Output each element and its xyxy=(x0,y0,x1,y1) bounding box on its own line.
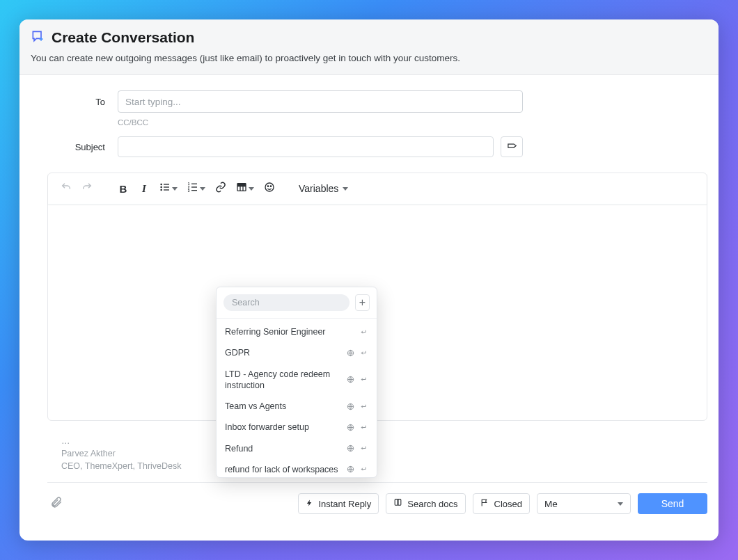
svg-text:3: 3 xyxy=(188,189,190,193)
svg-rect-5 xyxy=(164,189,169,190)
enter-icon xyxy=(359,328,367,336)
link-button[interactable] xyxy=(211,179,230,198)
to-input[interactable] xyxy=(118,90,523,113)
globe-icon xyxy=(346,423,354,431)
editor-body[interactable] xyxy=(48,205,707,420)
reply-item-label: Referring Senior Engineer xyxy=(225,326,342,337)
chevron-down-icon xyxy=(172,187,178,191)
svg-point-1 xyxy=(160,186,162,189)
chevron-down-icon xyxy=(618,502,623,506)
instant-reply-label: Instant Reply xyxy=(318,499,371,509)
reply-item[interactable]: Refund xyxy=(217,438,377,459)
enter-icon xyxy=(359,376,367,384)
svg-rect-3 xyxy=(164,184,169,184)
reply-list[interactable]: Referring Senior EngineerGDPRLTD - Agenc… xyxy=(217,319,377,477)
chevron-down-icon xyxy=(200,187,205,191)
globe-icon xyxy=(346,349,354,357)
instant-reply-popover: + Referring Senior EngineerGDPRLTD - Age… xyxy=(216,287,377,478)
italic-icon: I xyxy=(142,183,146,195)
reply-item[interactable]: Team vs Agents xyxy=(217,396,377,417)
variables-label: Variables xyxy=(299,183,338,194)
italic-button[interactable]: I xyxy=(134,179,154,198)
instant-reply-button[interactable]: Instant Reply xyxy=(298,493,379,514)
add-reply-button[interactable]: + xyxy=(355,294,370,311)
flag-icon xyxy=(480,498,489,509)
unordered-list-button[interactable] xyxy=(155,179,182,198)
svg-rect-11 xyxy=(191,190,197,191)
svg-point-2 xyxy=(160,189,162,191)
globe-icon xyxy=(346,445,354,453)
bold-button[interactable]: B xyxy=(113,179,133,198)
reply-item-label: GDPR xyxy=(225,347,342,358)
editor: B I 123 Variables xyxy=(47,173,707,421)
bolt-icon xyxy=(306,498,313,510)
footer-bar: Instant Reply Search docs Closed Me Send xyxy=(47,482,707,515)
globe-icon xyxy=(346,376,354,384)
table-icon xyxy=(236,182,247,195)
table-button[interactable] xyxy=(232,179,258,198)
reply-item[interactable]: GDPR xyxy=(217,342,377,363)
redo-icon xyxy=(81,182,93,195)
svg-point-0 xyxy=(160,184,162,186)
reply-item[interactable]: refund for lack of workspaces xyxy=(217,459,377,477)
globe-icon xyxy=(346,402,354,410)
bullet-list-icon xyxy=(159,182,171,195)
emoji-button[interactable] xyxy=(260,179,279,198)
book-icon xyxy=(393,498,402,509)
panel-header: Create Conversation You can create new o… xyxy=(19,19,719,75)
enter-icon xyxy=(359,465,367,474)
page-subtitle: You can create new outgoing messages (ju… xyxy=(31,53,707,63)
search-docs-label: Search docs xyxy=(407,499,457,509)
bold-icon: B xyxy=(120,183,127,195)
reply-search-input[interactable] xyxy=(223,294,350,311)
status-label: Closed xyxy=(494,499,522,509)
chat-plus-icon xyxy=(31,29,45,46)
svg-rect-4 xyxy=(164,186,169,187)
status-closed-button[interactable]: Closed xyxy=(473,493,530,514)
svg-point-19 xyxy=(270,186,271,186)
assignee-select[interactable]: Me xyxy=(537,493,631,514)
editor-toolbar: B I 123 Variables xyxy=(48,173,707,205)
svg-point-18 xyxy=(267,186,268,186)
paperclip-icon xyxy=(50,499,63,511)
svg-rect-10 xyxy=(191,186,197,187)
ordered-list-button[interactable]: 123 xyxy=(183,179,210,198)
tag-button[interactable] xyxy=(501,136,523,157)
reply-item-label: Team vs Agents xyxy=(225,401,342,412)
assignee-value: Me xyxy=(544,499,558,509)
enter-icon xyxy=(359,402,367,410)
reply-item-label: Refund xyxy=(225,443,342,454)
variables-button[interactable]: Variables xyxy=(295,180,352,197)
form-area: To CC/BCC Subject xyxy=(19,75,719,166)
svg-point-17 xyxy=(265,183,274,191)
svg-rect-16 xyxy=(237,184,246,186)
subject-input[interactable] xyxy=(118,136,494,157)
ccbcc-toggle[interactable]: CC/BCC xyxy=(118,118,148,127)
enter-icon xyxy=(359,349,367,357)
globe-icon xyxy=(346,465,354,474)
reply-item[interactable]: LTD - Agency code redeem instruction xyxy=(217,364,377,397)
send-button[interactable]: Send xyxy=(638,493,707,514)
redo-button[interactable] xyxy=(77,179,97,198)
chevron-down-icon xyxy=(249,187,254,191)
enter-icon xyxy=(359,445,367,453)
reply-item[interactable]: Referring Senior Engineer xyxy=(217,321,377,342)
to-label: To xyxy=(31,97,118,107)
reply-item-label: refund for lack of workspaces xyxy=(225,464,342,475)
undo-button[interactable] xyxy=(56,179,76,198)
reply-item-label: LTD - Agency code redeem instruction xyxy=(225,369,342,392)
search-docs-button[interactable]: Search docs xyxy=(386,493,465,514)
reply-item[interactable]: Inbox forwarder setup xyxy=(217,417,377,438)
page-title: Create Conversation xyxy=(52,29,194,46)
enter-icon xyxy=(359,423,367,431)
plus-icon: + xyxy=(359,296,366,309)
svg-rect-9 xyxy=(191,184,197,184)
undo-icon xyxy=(61,182,72,195)
chevron-down-icon xyxy=(343,187,348,191)
attach-button[interactable] xyxy=(47,493,65,515)
link-icon xyxy=(215,182,226,195)
tag-icon xyxy=(507,141,517,153)
emoji-icon xyxy=(264,182,275,195)
numbered-list-icon: 123 xyxy=(187,182,198,195)
subject-label: Subject xyxy=(31,142,118,152)
